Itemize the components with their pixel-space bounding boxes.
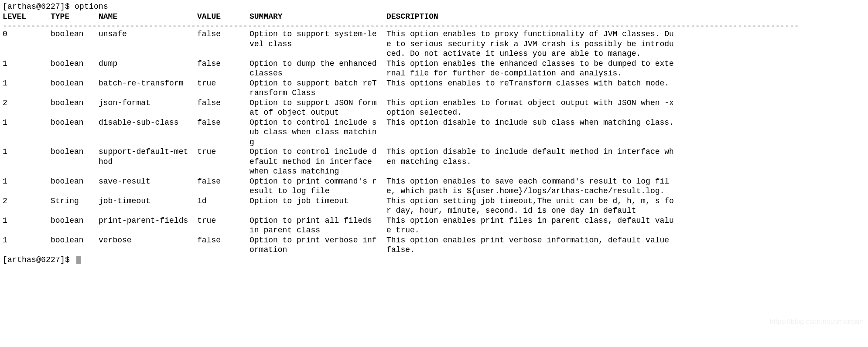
cell-type: boolean <box>51 29 99 39</box>
cell-level: 1 <box>3 78 51 88</box>
cell-description: This option setting job timeout,The unit… <box>386 196 683 216</box>
cell-description: This option enables print verbose inform… <box>386 235 683 255</box>
table-row: 2Stringjob-timeout1dOption to job timeou… <box>3 196 865 216</box>
terminal-output: [arthas@6227]$ options LEVEL TYPE NAME V… <box>0 0 868 266</box>
options-table-header: LEVEL TYPE NAME VALUE SUMMARY DESCRIPTIO… <box>3 12 865 22</box>
header-level: LEVEL <box>3 12 51 22</box>
cell-type: boolean <box>51 216 99 226</box>
table-row: 1booleandumpfalseOption to dump the enha… <box>3 59 865 78</box>
cell-type: boolean <box>51 98 99 108</box>
cell-value: false <box>197 98 249 108</box>
horizontal-rule: ----------------------------------------… <box>3 21 865 29</box>
cell-name: batch-re-transform <box>99 78 197 88</box>
cell-name: job-timeout <box>99 196 197 206</box>
cell-summary: Option to print verbose information <box>249 235 386 255</box>
cell-summary: Option to support JSON format of object … <box>249 98 386 118</box>
cell-description: This option enables to save each command… <box>386 177 683 196</box>
header-summary: SUMMARY <box>249 12 386 22</box>
cell-description: This option enables to format object out… <box>386 98 683 118</box>
cell-value: false <box>197 177 249 187</box>
cell-summary: Option to support system-level class <box>249 29 386 49</box>
cell-name: unsafe <box>99 29 197 39</box>
cell-description: This option disable to include default m… <box>386 147 683 167</box>
cell-type: boolean <box>51 59 99 69</box>
cell-type: String <box>51 196 99 206</box>
prompt-text: [arthas@6227]$ <box>3 255 75 264</box>
cell-description: This option disable to include sub class… <box>386 118 683 128</box>
cell-description: This options enables to reTransform clas… <box>386 78 683 88</box>
table-row: 0booleanunsafefalseOption to support sys… <box>3 29 865 59</box>
cell-summary: Option to dump the enhanced classes <box>249 59 386 78</box>
cell-type: boolean <box>51 177 99 187</box>
cell-value: true <box>197 78 249 88</box>
cell-name: save-result <box>99 177 197 187</box>
cell-level: 2 <box>3 98 51 108</box>
options-table-body: 0booleanunsafefalseOption to support sys… <box>3 29 865 255</box>
cell-level: 1 <box>3 118 51 128</box>
prompt-line-bottom[interactable]: [arthas@6227]$ <box>3 255 865 265</box>
cell-type: boolean <box>51 78 99 88</box>
cell-description: This option enables to proxy functionali… <box>386 29 683 59</box>
header-name: NAME <box>99 12 197 22</box>
cell-level: 1 <box>3 216 51 226</box>
cell-summary: Option to control include sub class when… <box>249 118 386 147</box>
cell-name: print-parent-fields <box>99 216 197 226</box>
table-row: 1booleanverbosefalseOption to print verb… <box>3 235 865 255</box>
cell-name: json-format <box>99 98 197 108</box>
cell-level: 0 <box>3 29 51 39</box>
table-row: 1booleanbatch-re-transformtrueOption to … <box>3 78 865 98</box>
table-row: 2booleanjson-formatfalseOption to suppor… <box>3 98 865 118</box>
cell-description: This option enables print files in paren… <box>386 216 683 235</box>
cell-value: false <box>197 118 249 128</box>
cell-level: 2 <box>3 196 51 206</box>
cell-value: false <box>197 235 249 245</box>
cell-value: false <box>197 59 249 69</box>
header-type: TYPE <box>51 12 99 22</box>
cell-level: 1 <box>3 59 51 69</box>
header-value: VALUE <box>197 12 249 22</box>
prompt-line-top: [arthas@6227]$ options <box>3 2 865 12</box>
cell-level: 1 <box>3 177 51 187</box>
cell-type: boolean <box>51 118 99 128</box>
table-row: 1booleansave-resultfalseOption to print … <box>3 177 865 196</box>
cursor-icon <box>76 256 81 264</box>
cell-name: support-default-method <box>99 147 197 167</box>
cell-value: 1d <box>197 196 249 206</box>
table-row: 1booleandisable-sub-classfalseOption to … <box>3 118 865 147</box>
cell-type: boolean <box>51 235 99 245</box>
cell-summary: Option to job timeout <box>249 196 386 206</box>
header-description: DESCRIPTION <box>386 12 683 22</box>
cell-description: This option enables the enhanced classes… <box>386 59 683 78</box>
cell-name: dump <box>99 59 197 69</box>
cell-summary: Option to print command's result to log … <box>249 177 386 196</box>
table-row: 1booleansupport-default-methodtrueOption… <box>3 147 865 177</box>
cell-name: disable-sub-class <box>99 118 197 128</box>
cell-value: false <box>197 29 249 39</box>
table-row: 1booleanprint-parent-fieldstrueOption to… <box>3 216 865 235</box>
cell-name: verbose <box>99 235 197 245</box>
cell-summary: Option to support batch reTransform Clas… <box>249 78 386 98</box>
cell-level: 1 <box>3 147 51 157</box>
cell-level: 1 <box>3 235 51 245</box>
cell-type: boolean <box>51 147 99 157</box>
cell-value: true <box>197 216 249 226</box>
cell-summary: Option to print all fileds in parent cla… <box>249 216 386 235</box>
cell-value: true <box>197 147 249 157</box>
cell-summary: Option to control include default method… <box>249 147 386 177</box>
